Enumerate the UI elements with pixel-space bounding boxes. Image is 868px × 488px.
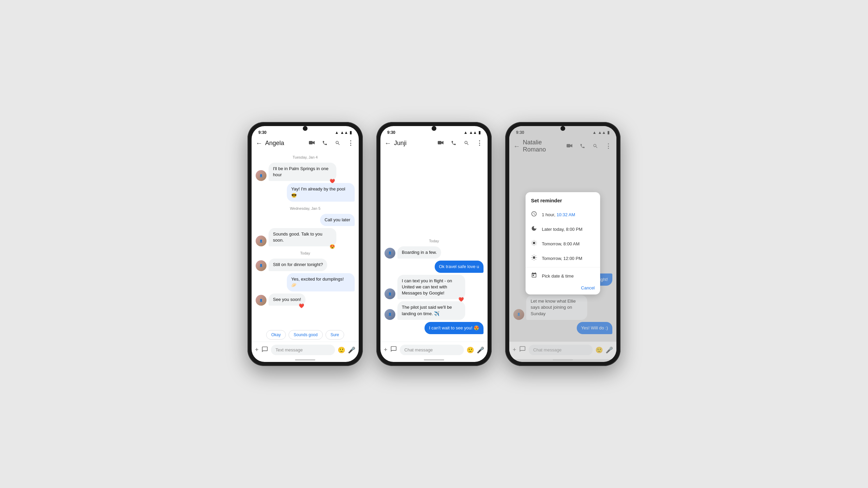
phone-screen-1: 9:30 ▲ ▲▲ ▮ ← Angela ⋮ bbox=[252, 126, 359, 362]
contact-name-2: Junji bbox=[394, 140, 434, 147]
emoji-icon-1[interactable]: 🙂 bbox=[338, 346, 345, 354]
back-button-1[interactable]: ← bbox=[256, 139, 262, 147]
sticker-icon-2[interactable] bbox=[390, 346, 397, 354]
reminder-item-pick-date[interactable]: Pick date & time bbox=[526, 269, 600, 283]
reminder-modal: Set reminder 1 hour, 10:32 AM Later toda… bbox=[526, 192, 600, 294]
voice-icon-2[interactable]: 🎤 bbox=[477, 346, 484, 354]
avatar-junji-2: 👤 bbox=[384, 288, 395, 299]
avatar-angela-3: 👤 bbox=[256, 260, 267, 271]
date-divider-1a: Tuesday, Jan 4 bbox=[256, 155, 355, 159]
battery-icon-2: ▮ bbox=[478, 130, 481, 135]
reminder-clock-icon bbox=[531, 211, 538, 219]
msg-row-sent-3: Yes, excited for dumplings! 🥟 bbox=[256, 273, 355, 291]
signal-icon-2: ▲▲ bbox=[469, 130, 477, 135]
search-icon-1[interactable] bbox=[334, 139, 342, 147]
phone-notch-2 bbox=[432, 126, 436, 131]
video-call-icon-2[interactable] bbox=[437, 139, 445, 147]
msg-row-junji-3: 👤 The pilot just said we'll be landing o… bbox=[384, 301, 484, 320]
text-input-2[interactable]: Chat message bbox=[400, 345, 464, 355]
app-bar-2: ← Junji ⋮ bbox=[380, 136, 488, 150]
reminder-cancel-button[interactable]: Cancel bbox=[526, 283, 600, 292]
svg-point-6 bbox=[533, 242, 535, 244]
msg-row-junji-sent-2: I can't wait to see you! 😍 bbox=[384, 322, 484, 334]
more-options-icon-2[interactable]: ⋮ bbox=[475, 139, 484, 147]
sticker-icon-1[interactable] bbox=[261, 346, 268, 354]
reminder-moon-icon bbox=[531, 225, 538, 233]
msg-row-received-2: 👤 Sounds good. Talk to you soon. 😍 bbox=[256, 228, 355, 246]
reminder-text-1hour: 1 hour, 10:32 AM bbox=[542, 212, 575, 217]
home-indicator-1 bbox=[295, 359, 315, 361]
input-bar-1: + Text message 🙂 🎤 bbox=[252, 342, 359, 359]
status-icons-1: ▲ ▲▲ ▮ bbox=[335, 130, 352, 135]
emoji-icon-2[interactable]: 🙂 bbox=[467, 346, 474, 354]
status-icons-2: ▲ ▲▲ ▮ bbox=[463, 130, 481, 135]
text-input-1[interactable]: Text message bbox=[271, 345, 335, 355]
status-time-2: 9:30 bbox=[387, 130, 395, 135]
phone-notch-3 bbox=[560, 126, 565, 131]
search-icon-2[interactable] bbox=[462, 139, 471, 147]
wifi-icon-1: ▲ bbox=[335, 130, 339, 135]
reaction-2: 😍 bbox=[330, 244, 335, 249]
reaction-3: ❤️ bbox=[299, 303, 304, 308]
svg-marker-3 bbox=[441, 141, 443, 144]
smart-reply-sounds-good[interactable]: Sounds good bbox=[289, 330, 323, 340]
avatar-junji-3: 👤 bbox=[384, 309, 395, 320]
phone-call-icon-1[interactable] bbox=[321, 139, 329, 147]
avatar-junji-1: 👤 bbox=[384, 248, 395, 259]
wifi-icon-2: ▲ bbox=[463, 130, 468, 135]
svg-rect-2 bbox=[438, 141, 441, 144]
reminder-text-tomorrow-12pm: Tomorrow, 12:00 PM bbox=[542, 256, 582, 261]
reminder-sun-icon bbox=[531, 240, 538, 248]
reminder-item-1hour[interactable]: 1 hour, 10:32 AM bbox=[526, 207, 600, 222]
reminder-calendar-icon bbox=[531, 272, 538, 280]
voice-icon-1[interactable]: 🎤 bbox=[348, 346, 355, 354]
chat-area-1: Tuesday, Jan 4 👤 I'll be in Palm Springs… bbox=[252, 150, 359, 328]
msg-row-received-3: 👤 Still on for dinner tonight? bbox=[256, 259, 355, 271]
bubble-received-2: Sounds good. Talk to you soon. bbox=[269, 228, 336, 246]
bubble-sent-1: Yay! I'm already by the pool 😎 bbox=[287, 183, 355, 201]
reminder-item-tomorrow-8am[interactable]: Tomorrow, 8:00 AM bbox=[526, 237, 600, 251]
app-bar-icons-1: ⋮ bbox=[308, 139, 355, 147]
reminder-text-pick-date: Pick date & time bbox=[542, 273, 574, 279]
bubble-sent-2: Call you later bbox=[320, 214, 355, 226]
svg-point-7 bbox=[533, 256, 535, 259]
avatar-angela-4: 👤 bbox=[256, 295, 267, 306]
add-icon-1[interactable]: + bbox=[255, 346, 259, 353]
msg-row-junji-sent-1: Ok travel safe love u bbox=[384, 261, 484, 273]
back-button-2[interactable]: ← bbox=[384, 139, 391, 147]
smart-reply-okay[interactable]: Okay bbox=[266, 330, 286, 340]
msg-row-junji-2: 👤 I can text you in flight - on United w… bbox=[384, 275, 484, 300]
svg-rect-0 bbox=[309, 141, 313, 144]
phone-2: 9:30 ▲ ▲▲ ▮ ← Junji ⋮ bbox=[376, 122, 492, 366]
home-indicator-2 bbox=[424, 359, 444, 361]
bubble-junji-sent-2: I can't wait to see you! 😍 bbox=[425, 322, 484, 334]
date-divider-1c: Today bbox=[256, 251, 355, 255]
phone-call-icon-2[interactable] bbox=[450, 139, 458, 147]
app-bar-icons-2: ⋮ bbox=[437, 139, 484, 147]
reminder-divider bbox=[526, 267, 600, 267]
chat-area-2: Today 👤 Boarding in a few. Ok travel saf… bbox=[380, 150, 488, 342]
reminder-modal-title: Set reminder bbox=[526, 198, 600, 207]
bubble-sent-3: Yes, excited for dumplings! 🥟 bbox=[287, 273, 355, 291]
more-options-icon-1[interactable]: ⋮ bbox=[347, 139, 355, 147]
smart-reply-sure[interactable]: Sure bbox=[326, 330, 344, 340]
contact-name-1: Angela bbox=[265, 140, 305, 147]
reminder-highlight-time: 10:32 AM bbox=[556, 212, 575, 217]
bubble-received-3: Still on for dinner tonight? bbox=[269, 259, 327, 271]
reminder-item-tomorrow-12pm[interactable]: Tomorrow, 12:00 PM bbox=[526, 251, 600, 266]
add-icon-2[interactable]: + bbox=[384, 346, 388, 353]
bubble-junji-1: Boarding in a few. bbox=[397, 246, 441, 259]
video-call-icon-1[interactable] bbox=[308, 139, 316, 147]
app-bar-1: ← Angela ⋮ bbox=[252, 136, 359, 150]
bubble-junji-sent-1: Ok travel safe love u bbox=[435, 261, 484, 273]
reminder-text-later-today: Later today, 8:00 PM bbox=[542, 227, 583, 232]
phone-notch-1 bbox=[303, 126, 308, 131]
input-bar-2: + Chat message 🙂 🎤 bbox=[380, 342, 488, 359]
reminder-item-later-today[interactable]: Later today, 8:00 PM bbox=[526, 222, 600, 237]
msg-row-sent-2: Call you later bbox=[256, 214, 355, 226]
bubble-junji-3: The pilot just said we'll be landing on … bbox=[397, 301, 465, 320]
avatar-angela-2: 👤 bbox=[256, 236, 267, 246]
battery-icon-1: ▮ bbox=[350, 130, 352, 135]
phone-3: 9:30 ▲ ▲▲ ▮ ← Natalie Romano ⋮ bbox=[505, 122, 620, 366]
msg-row-received-4: 👤 See you soon! ❤️ bbox=[256, 293, 355, 306]
